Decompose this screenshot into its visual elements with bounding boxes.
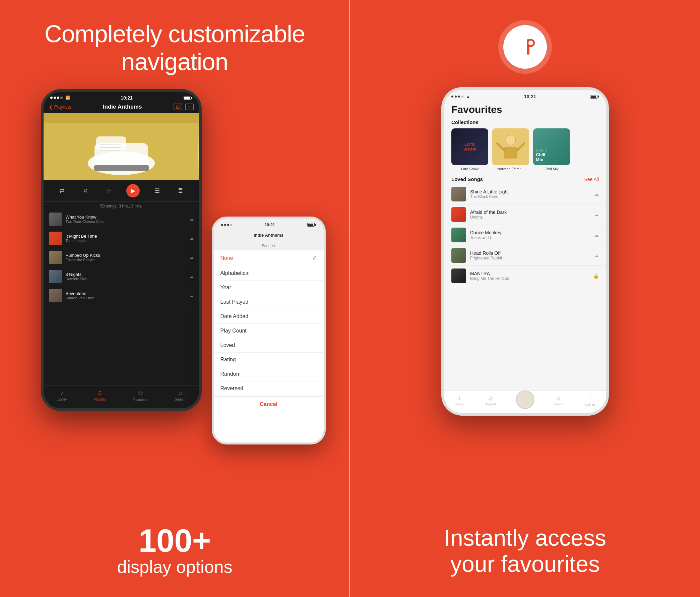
late-show-text: LATESHOW: [464, 142, 476, 152]
song-item-4[interactable]: 3 Nights Dominic Fike ☁: [44, 267, 199, 286]
shuffle-btn[interactable]: ⇄: [56, 185, 68, 197]
right-footer-line2: your favourites: [444, 551, 606, 577]
song-item-5[interactable]: Seventeen Sharon Van Etten ☁: [44, 286, 199, 305]
song-item-3[interactable]: Pumped Up Kicks Foster the People ☁: [44, 248, 199, 267]
sort-alphabetical[interactable]: Alphabetical: [214, 266, 324, 280]
collection-chill-mix[interactable]: MUSIC ChillMix Chill Mix: [533, 128, 570, 171]
sort-last-played[interactable]: Last Played: [214, 295, 324, 309]
sort-cancel[interactable]: Cancel: [214, 396, 324, 412]
sort-random[interactable]: Random: [214, 367, 324, 381]
cloud-loved-3: ☁: [594, 232, 599, 238]
shuffle2-btn[interactable]: ⤭: [79, 185, 92, 197]
sort-last-played-label: Last Played: [221, 299, 249, 305]
sort-date-added[interactable]: Date Added: [214, 309, 324, 324]
fav-nav-library[interactable]: ♪ Library: [455, 394, 464, 406]
song-title-3: Pumped Up Kicks: [66, 253, 186, 258]
star-btn[interactable]: ☆: [103, 185, 115, 197]
song-thumb-5: [49, 289, 62, 302]
favourites-icon: ☆: [138, 389, 144, 397]
white-phone-small: 10:21 Indie Anthems Sort List None ✓: [212, 217, 326, 445]
loved-song-4[interactable]: Head Rolls Off Frightened Rabbit ☁: [444, 245, 606, 266]
sort-header: Sort List: [214, 241, 324, 250]
loved-thumb-2: [451, 207, 466, 222]
song-title-2: It Might Be Time: [66, 234, 186, 239]
song-title-4: 3 Nights: [66, 272, 186, 277]
norman-name: Norman F*****...: [492, 167, 529, 171]
logo-circle: [498, 20, 552, 74]
sort-rating-label: Rating: [221, 357, 236, 363]
loved-artist-1: The Black Keys: [470, 194, 590, 199]
song-thumb-4: [49, 270, 62, 283]
check-icon: ✓: [312, 254, 317, 262]
left-headline: Completely customizable navigation: [0, 20, 350, 76]
late-show-art: LATESHOW: [451, 128, 488, 165]
dark-phone-nav: ❮ Playlists Indie Anthems ⊞ ≡: [44, 102, 199, 113]
fav-dot3: [458, 96, 460, 98]
sort-reversed-label: Reversed: [221, 385, 243, 392]
sort-none[interactable]: None ✓: [214, 250, 324, 266]
sort-year[interactable]: Year: [214, 280, 324, 295]
svg-point-12: [528, 41, 533, 45]
fav-header: Favourites: [444, 101, 606, 117]
chill-mix-name: Chill Mix: [533, 167, 570, 171]
loved-song-1[interactable]: Shine A Little Light The Black Keys ☁: [444, 184, 606, 204]
collection-norman[interactable]: Norman F*****...: [492, 128, 529, 171]
song-artist-3: Foster the People: [66, 258, 186, 262]
cloud-icon-2: ☁: [190, 236, 194, 241]
fav-search-icon: ⌕: [556, 394, 560, 402]
cloud-icon-3: ☁: [190, 255, 194, 260]
loved-song-3[interactable]: Dance Monkey Tones and I ☁: [444, 225, 606, 245]
home-button[interactable]: [516, 391, 534, 409]
collections-section: Collections LATESHOW Late Show: [444, 117, 606, 174]
fav-dot4: [461, 96, 464, 98]
song-artist-2: Tame Impala: [66, 239, 186, 243]
loved-artist-3: Tones and I: [470, 235, 590, 240]
nav-library[interactable]: ♪ Library: [57, 389, 67, 402]
collection-late-show[interactable]: LATESHOW Late Show: [451, 128, 488, 171]
play-btn[interactable]: ▶: [126, 184, 140, 197]
fav-nav-playlists[interactable]: ♫ Playlists: [485, 394, 497, 406]
nav-playlists[interactable]: ♫ Playlists: [94, 389, 106, 402]
s-dot4: [230, 224, 232, 226]
nav-playlists-label: Playlists: [94, 398, 106, 401]
left-panel: Completely customizable navigation 📶: [0, 0, 350, 597]
nav-favourites[interactable]: ☆ Favourites: [133, 389, 148, 402]
fav-nav-search[interactable]: ⌕ Search: [554, 394, 563, 406]
sort-menu: Sort List None ✓ Alphabetical Year Last …: [214, 241, 324, 443]
loved-song-2[interactable]: Afraid of the Dark Unions ☁: [444, 204, 606, 225]
queue-btn[interactable]: ☰: [151, 185, 163, 197]
nav-search[interactable]: ⌕ Search: [175, 389, 185, 402]
sort-loved[interactable]: Loved: [214, 338, 324, 353]
collections-label: Collections: [451, 119, 599, 125]
s-dot3: [227, 224, 229, 226]
nav-favourites-label: Favourites: [133, 398, 148, 402]
late-show-name: Late Show: [451, 167, 488, 171]
loved-thumb-1: [451, 187, 466, 201]
grid-icon[interactable]: ⊞: [174, 104, 182, 110]
right-footer: Instantly access your favourites: [444, 525, 606, 597]
white-phone-main: ▲ 10:21 Favourites Collections: [441, 87, 609, 416]
fav-nav-settings[interactable]: ⋮ Settings: [584, 394, 596, 406]
sort-play-count[interactable]: Play Count: [214, 324, 324, 338]
album-art: [44, 113, 199, 180]
song-artist-5: Sharon Van Etten: [66, 296, 186, 300]
signal-dot-1: [50, 97, 53, 99]
cloud-loved-4: ☁: [594, 253, 599, 258]
song-thumb-3: [49, 251, 62, 264]
list-icon[interactable]: ≡: [185, 104, 194, 110]
loved-songs-header: Loved Songs See All: [444, 174, 606, 184]
loved-artist-2: Unions: [470, 215, 590, 220]
loved-song-5[interactable]: MANTRA Bring Me The Horizon 🔒: [444, 266, 606, 286]
song-item-1[interactable]: What You Know Two Door Cinema Club ☁: [44, 210, 199, 229]
nav-back[interactable]: ❮ Playlists: [49, 104, 71, 109]
list-btn[interactable]: ≣: [175, 185, 186, 197]
song-thumb-1: [49, 213, 62, 226]
loved-thumb-5: [451, 269, 466, 283]
sort-rating[interactable]: Rating: [214, 353, 324, 367]
small-phone-time: 10:21: [265, 223, 275, 227]
sort-reversed[interactable]: Reversed: [214, 381, 324, 396]
page-title: Favourites: [451, 104, 599, 115]
song-item-2[interactable]: It Might Be Time Tame Impala ☁: [44, 229, 199, 248]
see-all-button[interactable]: See All: [584, 177, 599, 182]
song-artist-1: Two Door Cinema Club: [66, 220, 186, 224]
